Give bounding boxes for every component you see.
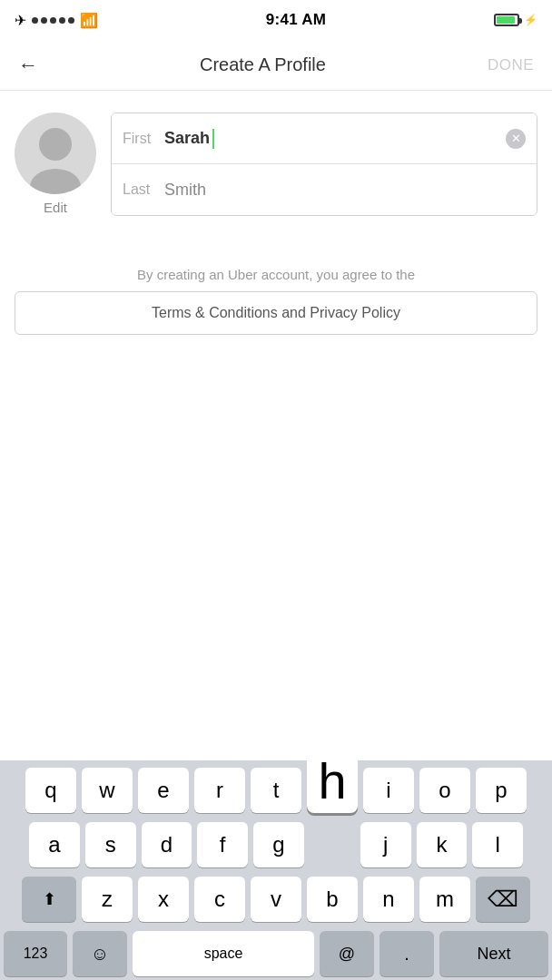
key-q[interactable]: q [25, 768, 76, 813]
key-w[interactable]: w [82, 768, 133, 813]
shift-button[interactable]: ⬆ [22, 877, 76, 922]
legal-area: By creating an Uber account, you agree t… [0, 238, 552, 346]
first-label: First [123, 131, 164, 147]
last-name-row[interactable]: Last Smith [112, 164, 537, 215]
key-b[interactable]: b [307, 877, 358, 922]
profile-area: Edit First Sarah ✕ Last Smith [0, 91, 552, 238]
keyboard-bottom-row: 123 ☺ space @ . Next [4, 931, 548, 976]
keyboard-row-1: q w e r t h i o p [4, 768, 548, 813]
edit-label[interactable]: Edit [44, 200, 67, 215]
charge-icon: ⚡ [524, 14, 537, 26]
terms-button[interactable]: Terms & Conditions and Privacy Policy [15, 291, 537, 335]
at-button[interactable]: @ [320, 931, 374, 976]
battery-fill [497, 16, 515, 24]
key-e[interactable]: e [138, 768, 189, 813]
clear-button[interactable]: ✕ [506, 129, 526, 149]
svg-point-1 [30, 169, 81, 194]
key-g[interactable]: g [253, 822, 304, 867]
key-x[interactable]: x [138, 877, 189, 922]
keyboard: q w e r t h i o p a s d f g j k l ⬆ z x … [0, 760, 552, 980]
key-m[interactable]: m [419, 877, 470, 922]
first-value-text: Sarah [164, 129, 210, 148]
first-name-row[interactable]: First Sarah ✕ [112, 113, 537, 164]
key-l[interactable]: l [472, 822, 523, 867]
space-button[interactable]: space [133, 931, 314, 976]
key-r[interactable]: r [194, 768, 245, 813]
text-cursor [212, 129, 214, 149]
svg-point-0 [39, 128, 72, 161]
key-a[interactable]: a [29, 822, 80, 867]
status-bar: ✈ 📶 9:41 AM ⚡ [0, 0, 552, 40]
battery-tip [519, 18, 522, 24]
dot5 [68, 17, 74, 24]
key-f[interactable]: f [197, 822, 248, 867]
key-j[interactable]: j [360, 822, 411, 867]
airplane-icon: ✈ [15, 12, 26, 29]
signal-dots [32, 17, 74, 24]
key-s[interactable]: s [85, 822, 136, 867]
next-button[interactable]: Next [439, 931, 548, 976]
period-button[interactable]: . [380, 931, 434, 976]
dot3 [50, 17, 56, 24]
keyboard-row-2: a s d f g j k l [4, 822, 548, 867]
legal-text: By creating an Uber account, you agree t… [15, 267, 537, 282]
key-o[interactable]: o [419, 768, 470, 813]
numbers-button[interactable]: 123 [4, 931, 67, 976]
battery-icon [494, 14, 519, 26]
key-i[interactable]: i [363, 768, 414, 813]
key-k[interactable]: k [417, 822, 468, 867]
last-label: Last [123, 181, 164, 198]
nav-title: Create A Profile [200, 54, 326, 75]
first-name-value[interactable]: Sarah [164, 129, 506, 149]
delete-button[interactable]: ⌫ [476, 877, 530, 922]
key-h[interactable]: h [307, 748, 358, 813]
dot1 [32, 17, 38, 24]
key-c[interactable]: c [194, 877, 245, 922]
nav-bar: ← Create A Profile DONE [0, 40, 552, 91]
status-left: ✈ 📶 [15, 12, 98, 29]
wifi-icon: 📶 [80, 12, 98, 29]
back-button[interactable]: ← [18, 54, 38, 77]
status-right: ⚡ [494, 14, 537, 26]
emoji-button[interactable]: ☺ [73, 931, 127, 976]
dot2 [41, 17, 47, 24]
status-time: 9:41 AM [266, 11, 327, 29]
key-v[interactable]: v [251, 877, 301, 922]
done-button[interactable]: DONE [488, 56, 534, 74]
avatar-svg [15, 113, 96, 194]
avatar-container[interactable]: Edit [15, 113, 96, 215]
key-t[interactable]: t [251, 768, 301, 813]
key-z[interactable]: z [82, 877, 133, 922]
key-d[interactable]: d [142, 822, 192, 867]
avatar-image[interactable] [15, 113, 96, 194]
keyboard-row-3: ⬆ z x c v b n m ⌫ [4, 877, 548, 922]
key-p[interactable]: p [476, 768, 527, 813]
last-name-value[interactable]: Smith [164, 181, 526, 200]
input-fields: First Sarah ✕ Last Smith [111, 113, 537, 216]
key-n[interactable]: n [363, 877, 414, 922]
dot4 [59, 17, 65, 24]
